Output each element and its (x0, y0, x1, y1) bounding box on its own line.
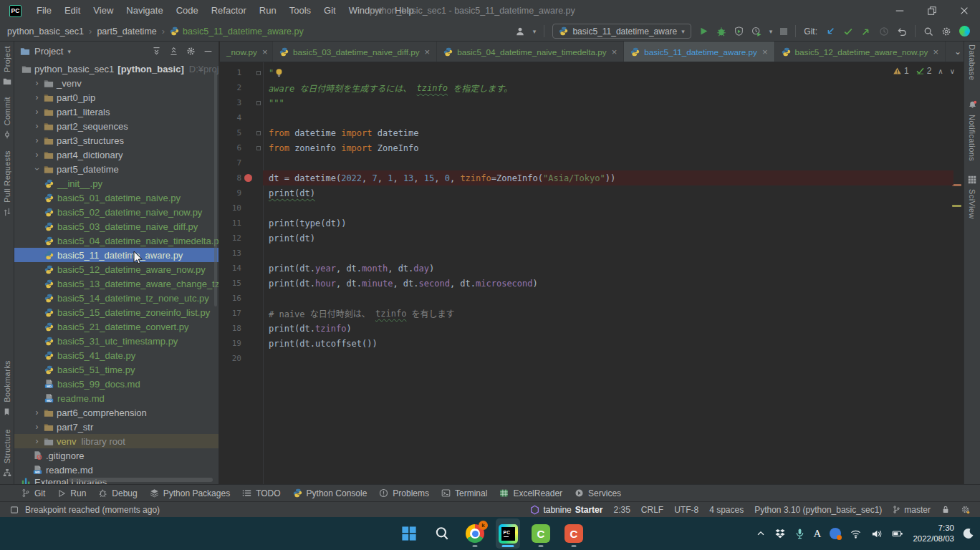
line-number[interactable]: 14 (220, 264, 241, 273)
tree-horizontal-scrollbar[interactable] (69, 478, 213, 482)
status-window-icon[interactable] (10, 506, 19, 514)
editor-tab[interactable]: basic5_12_datetime_aware_now.py× (775, 42, 946, 62)
status-gear-icon[interactable] (961, 505, 970, 514)
code-line[interactable]: 15print(dt.hour, dt.minute, dt.second, d… (220, 276, 964, 291)
tree-item[interactable]: .gitignore (14, 448, 218, 463)
code-text[interactable]: print(type(dt)) (263, 216, 953, 231)
tree-item[interactable]: basic5_03_datetime_naive_diff.py (14, 219, 218, 233)
code-line[interactable]: 1" (220, 65, 964, 80)
menu-run[interactable]: Run (253, 0, 283, 21)
code-text[interactable]: print(dt) (263, 185, 953, 201)
code-text[interactable]: from datetime import datetime (263, 125, 953, 140)
line-number[interactable]: 4 (220, 113, 241, 122)
commit-button[interactable] (843, 26, 853, 37)
code-text[interactable] (263, 201, 953, 216)
code-line[interactable]: 16 (220, 291, 964, 306)
tool-stripe-database[interactable]: Database (968, 44, 976, 80)
menu-edit[interactable]: Edit (58, 0, 87, 21)
code-line[interactable]: 20 (220, 351, 964, 366)
tool-stripe-project[interactable]: Project (3, 46, 11, 85)
menu-refactor[interactable]: Refactor (205, 0, 253, 21)
toolwindow-button-git[interactable]: Git (21, 488, 45, 498)
tree-item[interactable]: basic5_11_datetime_aware.py (14, 248, 218, 262)
tool-stripe-pull-requests[interactable]: Pull Requests (3, 150, 11, 216)
toolwindow-button-run[interactable]: Run (57, 488, 86, 498)
code-text[interactable]: dt = datetime(2022, 7, 1, 13, 15, 0, tzi… (263, 170, 953, 185)
tree-item[interactable]: basic5_14_datetime_tz_none_utc.py (14, 291, 218, 305)
dropbox-icon[interactable] (774, 529, 786, 539)
code-text[interactable] (263, 110, 953, 125)
fold-marker[interactable] (254, 131, 263, 135)
stop-button[interactable] (780, 28, 787, 35)
file-encoding[interactable]: UTF-8 (674, 505, 698, 515)
fold-marker[interactable] (254, 101, 263, 105)
tab-close-icon[interactable]: × (762, 47, 768, 57)
chevron-right-icon[interactable]: › (32, 122, 42, 130)
tree-item[interactable]: MDreadme.md (14, 391, 218, 405)
hide-panel-icon[interactable] (203, 47, 213, 56)
code-editor[interactable]: 1"2aware な日付時刻を生成するには、 tzinfo を指定します。3""… (220, 62, 964, 484)
code-line[interactable]: 19print(dt.utcoffset()) (220, 336, 964, 351)
toolwindow-button-python-packages[interactable]: Python Packages (150, 488, 230, 498)
code-text[interactable]: print(dt.year, dt.month, dt.day) (263, 261, 953, 276)
tree-item[interactable]: ›part6_comprehension (14, 405, 218, 420)
editor-tab[interactable]: basic5_11_datetime_aware.py× (624, 42, 774, 62)
code-text[interactable] (263, 155, 953, 170)
panel-settings-icon[interactable] (186, 47, 196, 56)
code-line[interactable]: 8dt = datetime(2022, 7, 1, 13, 15, 0, tz… (220, 170, 964, 185)
camtasia-icon[interactable]: C (529, 518, 553, 549)
toolwindow-button-problems[interactable]: Problems (379, 488, 429, 498)
tree-item[interactable]: __init__.py (14, 176, 218, 190)
python-interpreter[interactable]: Python 3.10 (python_basic_sec1) (754, 505, 882, 515)
volume-icon[interactable] (870, 529, 883, 539)
tab-close-icon[interactable]: × (262, 47, 268, 57)
line-number[interactable]: 11 (220, 218, 241, 228)
search-everywhere-icon[interactable] (923, 26, 933, 37)
close-button[interactable] (948, 0, 980, 21)
code-line[interactable]: 14print(dt.year, dt.month, dt.day) (220, 261, 964, 276)
rollback-button[interactable] (897, 26, 907, 37)
tabnine-widget[interactable]: tabnine Starter (530, 505, 602, 515)
line-number[interactable]: 1 (220, 68, 241, 77)
line-number[interactable]: 3 (220, 98, 241, 107)
tree-item[interactable]: basic5_51_time.py (14, 362, 218, 377)
app-ball-icon[interactable] (830, 528, 841, 539)
line-number[interactable]: 8 (220, 173, 241, 183)
code-line[interactable]: 17# naive な日付時刻は、 tzinfo を有します (220, 306, 964, 321)
code-line[interactable]: 18print(dt.tzinfo) (220, 321, 964, 336)
tab-close-icon[interactable]: × (612, 47, 618, 57)
tab-close-icon[interactable]: × (933, 47, 938, 57)
chevron-right-icon[interactable]: › (32, 93, 42, 102)
chevron-down-icon[interactable]: ▾ (769, 28, 773, 35)
microphone-icon[interactable] (794, 528, 805, 539)
tray-expand-icon[interactable] (756, 529, 766, 539)
code-line[interactable]: 3""" (220, 95, 964, 110)
code-text[interactable]: print(dt.hour, dt.minute, dt.second, dt.… (263, 276, 953, 291)
chrome-icon[interactable]: k (463, 518, 487, 549)
tabs-chevron-down-icon[interactable]: ⌄ (954, 47, 961, 57)
line-number[interactable]: 16 (220, 294, 241, 303)
tool-stripe-sciview[interactable]: SciView (968, 175, 976, 219)
breadcrumb-item[interactable]: part5_datetime (97, 26, 156, 37)
debug-button[interactable] (716, 26, 726, 37)
history-icon[interactable] (879, 26, 889, 37)
line-number[interactable]: 5 (220, 128, 241, 138)
line-number[interactable]: 18 (220, 324, 241, 333)
tree-item[interactable]: basic5_21_datetime_convert.py (14, 319, 218, 334)
fold-marker[interactable] (254, 71, 263, 75)
breakpoint-icon[interactable] (241, 174, 254, 182)
line-number[interactable]: 7 (220, 158, 241, 168)
code-line[interactable]: 6from zoneinfo import ZoneInfo (220, 140, 964, 155)
toolwindow-button-python-console[interactable]: Python Console (293, 488, 368, 498)
line-number[interactable]: 2 (220, 83, 241, 92)
editor-tab[interactable]: basic5_03_datetime_naive_diff.py× (273, 42, 437, 62)
menu-tools[interactable]: Tools (283, 0, 317, 21)
toolwindow-button-excelreader[interactable]: ExcelReader (499, 488, 562, 498)
code-line[interactable]: 7 (220, 155, 964, 170)
toolwindow-button-terminal[interactable]: Terminal (441, 488, 487, 498)
chevron-right-icon[interactable]: › (32, 107, 42, 116)
code-line[interactable]: 13 (220, 246, 964, 261)
profiler-button[interactable] (751, 26, 762, 37)
tool-stripe-notifications[interactable]: Notifications (968, 100, 977, 161)
tree-vertical-scrollbar[interactable] (214, 70, 217, 307)
